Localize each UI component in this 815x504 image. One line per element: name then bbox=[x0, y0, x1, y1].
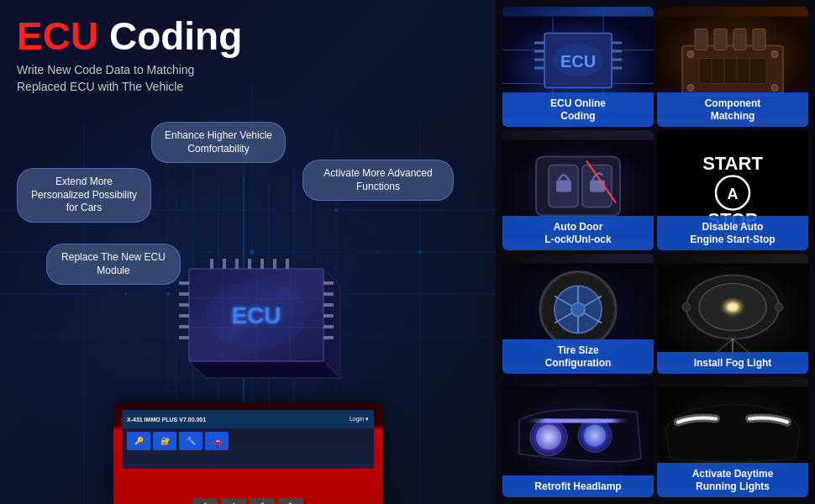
device-area: X-431 IMMO PLUS V7.00.001 Login ▾ 🔑 🔐 🔧 … bbox=[113, 403, 382, 504]
svg-rect-78 bbox=[753, 29, 765, 50]
grid-item-component-matching[interactable]: ComponentMatching bbox=[657, 7, 808, 127]
svg-point-80 bbox=[771, 51, 778, 58]
subtitle: Write New Code Data to Matching Replaced… bbox=[17, 62, 202, 95]
grid-item-fog-light[interactable]: Install Fog Light bbox=[657, 254, 808, 374]
svg-rect-45 bbox=[323, 303, 334, 307]
svg-point-81 bbox=[687, 85, 694, 92]
svg-rect-46 bbox=[323, 314, 334, 318]
svg-rect-71 bbox=[612, 67, 622, 70]
fog-light-label: Install Fog Light bbox=[657, 352, 808, 374]
left-panel: ECU Coding Write New Code Data to Matchi… bbox=[0, 0, 496, 504]
svg-rect-40 bbox=[179, 314, 189, 318]
svg-rect-65 bbox=[534, 50, 544, 53]
svg-rect-76 bbox=[714, 29, 727, 50]
callout-advanced: Activate More Advanced Functions bbox=[302, 160, 454, 201]
svg-rect-54 bbox=[273, 259, 276, 269]
svg-rect-52 bbox=[248, 259, 251, 269]
retrofit-headlamp-label: Retrofit Headlamp bbox=[502, 475, 654, 497]
grid-item-ecu-coding[interactable]: ECU ECU OnlineCoding bbox=[502, 7, 654, 127]
svg-point-79 bbox=[687, 51, 694, 58]
icon-intelligent[interactable]: 🔧 bbox=[179, 432, 202, 450]
svg-marker-28 bbox=[189, 361, 340, 378]
svg-rect-53 bbox=[260, 259, 264, 269]
device-login: Login ▾ bbox=[350, 416, 369, 423]
svg-point-117 bbox=[775, 303, 783, 312]
device-buttons: ■ ● ◀ ▶ bbox=[122, 498, 374, 504]
start-stop-label: Disable AutoEngine Start-Stop bbox=[657, 216, 808, 250]
immo-icon: 🔑 bbox=[134, 437, 144, 445]
svg-point-112 bbox=[718, 296, 748, 319]
svg-marker-29 bbox=[323, 269, 340, 378]
device-screen-icons: 🔑 🔐 🔧 🚗 bbox=[122, 428, 374, 454]
svg-point-56 bbox=[206, 281, 307, 349]
svg-rect-51 bbox=[235, 259, 239, 269]
dev-btn-3: ◀ bbox=[250, 498, 275, 504]
svg-rect-48 bbox=[323, 336, 334, 339]
svg-rect-125 bbox=[523, 419, 633, 423]
svg-rect-64 bbox=[534, 42, 544, 45]
svg-text:START: START bbox=[702, 153, 763, 174]
svg-rect-50 bbox=[223, 259, 226, 269]
svg-rect-47 bbox=[323, 325, 334, 328]
svg-point-82 bbox=[771, 85, 778, 92]
svg-point-116 bbox=[682, 303, 691, 312]
svg-rect-77 bbox=[734, 29, 746, 50]
svg-rect-70 bbox=[612, 59, 622, 61]
svg-rect-66 bbox=[534, 59, 544, 61]
tire-config-label: Tire SizeConfiguration bbox=[502, 339, 654, 374]
svg-rect-44 bbox=[323, 292, 334, 296]
svg-rect-68 bbox=[612, 42, 622, 45]
svg-rect-83 bbox=[699, 59, 766, 84]
door-lock-label: Auto DoorL-ock/Unl-ock bbox=[502, 216, 654, 250]
component-matching-label: ComponentMatching bbox=[657, 92, 808, 127]
svg-rect-41 bbox=[179, 325, 189, 328]
ecu-3d-model: ECU bbox=[155, 235, 340, 386]
page-title: ECU Coding bbox=[17, 17, 242, 55]
callout-replace: Replace The New ECU Module bbox=[46, 244, 181, 285]
device-brand-label: X-431 IMMO PLUS V7.00.001 bbox=[127, 417, 206, 423]
grid-item-door-lock[interactable]: Auto DoorL-ock/Unl-ock bbox=[502, 130, 654, 250]
svg-point-122 bbox=[584, 425, 606, 447]
svg-point-120 bbox=[536, 425, 561, 450]
svg-rect-37 bbox=[179, 281, 189, 285]
device-screen-top: X-431 IMMO PLUS V7.00.001 Login ▾ bbox=[122, 410, 374, 428]
grid-item-daytime-lights[interactable]: Activate DaytimeRunning Lights bbox=[657, 377, 808, 497]
svg-rect-93 bbox=[590, 181, 605, 192]
ecu-coding-label: ECU OnlineCoding bbox=[502, 92, 654, 127]
device-mock: X-431 IMMO PLUS V7.00.001 Login ▾ 🔑 🔐 🔧 … bbox=[113, 403, 382, 504]
svg-rect-49 bbox=[210, 259, 213, 269]
svg-text:A: A bbox=[728, 186, 739, 202]
svg-rect-67 bbox=[534, 67, 544, 70]
device-screen: X-431 IMMO PLUS V7.00.001 Login ▾ 🔑 🔐 🔧 … bbox=[122, 410, 374, 469]
svg-rect-39 bbox=[179, 303, 189, 307]
icon-immo[interactable]: 🔑 bbox=[127, 432, 150, 450]
dev-btn-2: ● bbox=[221, 498, 246, 504]
dev-btn-1: ■ bbox=[192, 498, 218, 504]
svg-rect-42 bbox=[179, 336, 189, 339]
dev-btn-4: ▶ bbox=[278, 498, 303, 504]
daytime-lights-label: Activate DaytimeRunning Lights bbox=[657, 463, 808, 497]
title-ecu: ECU bbox=[17, 14, 98, 58]
svg-point-107 bbox=[555, 286, 602, 333]
svg-rect-43 bbox=[323, 281, 334, 285]
svg-rect-75 bbox=[695, 29, 707, 50]
callout-enhance: Enhance Higher Vehicle Comfortability bbox=[151, 122, 286, 163]
title-coding: Coding bbox=[98, 14, 242, 58]
intelligent-icon: 🔧 bbox=[187, 437, 196, 445]
grid-item-start-stop[interactable]: START A STOP Disable AutoEngine Start-St… bbox=[657, 130, 808, 250]
local-icon: 🚗 bbox=[213, 437, 222, 445]
right-panel: ECU ECU OnlineCoding bbox=[496, 0, 815, 504]
callout-personalized: Extend More Personalized Possibility for… bbox=[17, 168, 151, 223]
svg-rect-38 bbox=[179, 292, 189, 296]
svg-rect-69 bbox=[612, 50, 622, 53]
svg-rect-55 bbox=[286, 259, 289, 269]
grid-item-tire-config[interactable]: Tire SizeConfiguration bbox=[502, 254, 654, 374]
icon-immo-prog[interactable]: 🔐 bbox=[153, 432, 176, 450]
svg-point-72 bbox=[553, 44, 603, 77]
svg-rect-92 bbox=[556, 181, 571, 192]
icon-local[interactable]: 🚗 bbox=[205, 432, 229, 450]
immo-prog-icon: 🔐 bbox=[160, 437, 170, 445]
title-area: ECU Coding Write New Code Data to Matchi… bbox=[17, 17, 242, 95]
grid-item-retrofit-headlamp[interactable]: Retrofit Headlamp bbox=[502, 377, 654, 497]
